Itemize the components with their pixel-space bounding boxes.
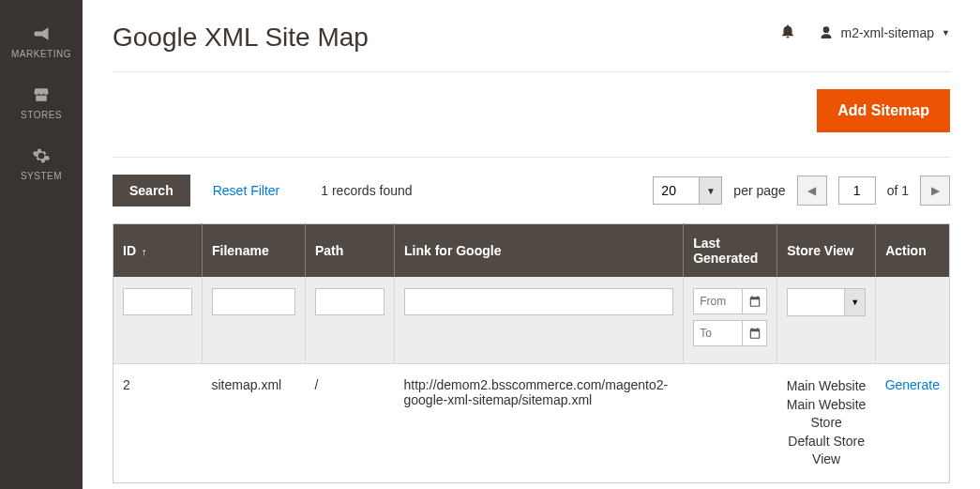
- gear-icon: [31, 146, 52, 165]
- filter-filename-input[interactable]: [212, 288, 295, 315]
- page-size-select[interactable]: ▼: [653, 176, 722, 205]
- cell-path: /: [306, 364, 395, 483]
- sort-asc-icon: ↑: [142, 246, 147, 257]
- sidebar-item-system[interactable]: SYSTEM: [0, 133, 83, 194]
- sidebar-item-marketing[interactable]: MARKETING: [0, 11, 83, 72]
- per-page-label: per page: [733, 183, 785, 198]
- cell-link: http://demom2.bsscommerce.com/magento2-g…: [395, 364, 684, 483]
- sitemap-grid: ID↑ Filename Path Link for Google Last G…: [113, 223, 950, 483]
- page-of-label: of 1: [887, 183, 909, 198]
- col-action: Action: [876, 224, 950, 278]
- filter-link-input[interactable]: [404, 288, 673, 315]
- chevron-down-icon[interactable]: ▼: [699, 177, 721, 204]
- table-row[interactable]: 2 sitemap.xml / http://demom2.bsscommerc…: [113, 364, 950, 483]
- cell-last-generated: [684, 364, 777, 483]
- search-button[interactable]: Search: [113, 175, 190, 206]
- user-icon: [819, 25, 834, 40]
- cell-filename: sitemap.xml: [203, 364, 306, 483]
- megaphone-icon: [31, 24, 52, 43]
- user-menu-button[interactable]: m2-xml-sitemap ▼: [819, 25, 951, 40]
- col-store-view[interactable]: Store View: [777, 224, 876, 278]
- filter-date-to[interactable]: [693, 320, 767, 346]
- page-actions: Add Sitemap: [113, 72, 950, 158]
- user-name: m2-xml-sitemap: [841, 25, 935, 40]
- notifications-button[interactable]: [779, 23, 796, 43]
- header-row: Google XML Site Map m2-xml-sitemap ▼: [113, 23, 950, 72]
- filter-date-from[interactable]: [693, 288, 767, 314]
- col-path[interactable]: Path: [306, 224, 395, 278]
- filter-id-input[interactable]: [123, 288, 192, 315]
- records-count: 1 records found: [321, 183, 412, 198]
- col-id[interactable]: ID↑: [113, 224, 203, 278]
- date-from-input[interactable]: [694, 289, 742, 313]
- prev-page-button[interactable]: ◀: [797, 176, 827, 206]
- add-sitemap-button[interactable]: Add Sitemap: [817, 89, 950, 132]
- main-content: Google XML Site Map m2-xml-sitemap ▼ Add…: [83, 0, 980, 489]
- sidebar-item-label: SYSTEM: [21, 171, 62, 181]
- col-filename[interactable]: Filename: [203, 224, 306, 278]
- reset-filter-link[interactable]: Reset Filter: [213, 183, 280, 198]
- grid-toolbar: Search Reset Filter 1 records found ▼ pe…: [113, 158, 950, 223]
- sidebar-item-label: STORES: [21, 110, 62, 120]
- page-title: Google XML Site Map: [113, 23, 369, 53]
- filter-path-input[interactable]: [315, 288, 384, 315]
- bell-icon: [779, 23, 796, 39]
- page-size-value[interactable]: [654, 177, 699, 204]
- col-last-generated[interactable]: Last Generated: [684, 224, 777, 278]
- calendar-icon[interactable]: [742, 289, 766, 313]
- admin-sidebar: MARKETING STORES SYSTEM: [0, 0, 83, 489]
- cell-store-view: Main WebsiteMain Website StoreDefault St…: [777, 364, 876, 483]
- filter-store-select[interactable]: ▼: [787, 288, 866, 316]
- chevron-down-icon: ▼: [942, 28, 950, 38]
- cell-id: 2: [113, 364, 203, 483]
- date-to-input[interactable]: [694, 321, 742, 345]
- sidebar-item-stores[interactable]: STORES: [0, 72, 83, 133]
- store-icon: [31, 85, 52, 104]
- sidebar-item-label: MARKETING: [11, 49, 71, 59]
- chevron-down-icon[interactable]: ▼: [844, 289, 865, 315]
- current-page-input[interactable]: [838, 176, 876, 205]
- filter-row: ▼: [113, 277, 950, 364]
- generate-link[interactable]: Generate: [876, 364, 950, 483]
- next-page-button[interactable]: ▶: [920, 176, 950, 206]
- col-link[interactable]: Link for Google: [395, 224, 684, 278]
- header-row: ID↑ Filename Path Link for Google Last G…: [113, 224, 950, 278]
- pager: ▼ per page ◀ of 1 ▶: [653, 176, 950, 206]
- calendar-icon[interactable]: [742, 321, 766, 345]
